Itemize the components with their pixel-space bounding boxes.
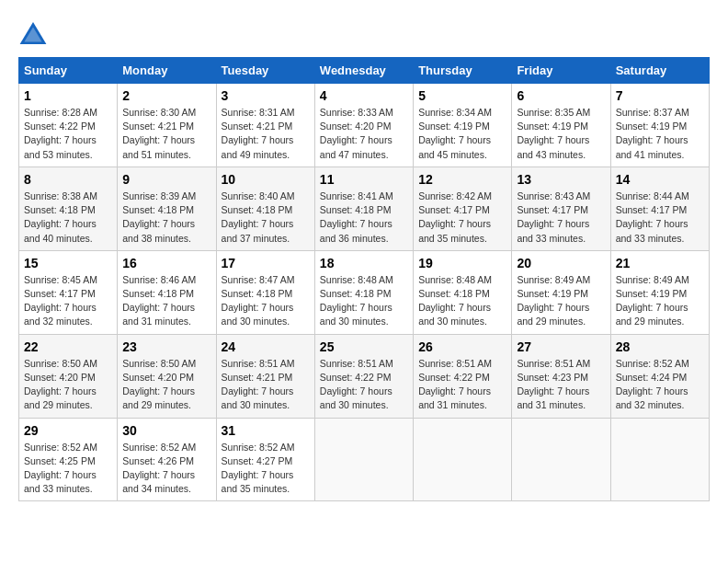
column-header-wednesday: Wednesday: [314, 58, 413, 84]
day-number: 15: [24, 256, 112, 270]
page-container: SundayMondayTuesdayWednesdayThursdayFrid…: [18, 18, 710, 501]
day-detail: Sunrise: 8:30 AM Sunset: 4:21 PM Dayligh…: [122, 106, 210, 162]
day-detail: Sunrise: 8:51 AM Sunset: 4:22 PM Dayligh…: [418, 357, 506, 413]
calendar-cell: 6 Sunrise: 8:35 AM Sunset: 4:19 PM Dayli…: [512, 84, 610, 167]
day-detail: Sunrise: 8:51 AM Sunset: 4:23 PM Dayligh…: [517, 357, 605, 413]
day-detail: Sunrise: 8:48 AM Sunset: 4:18 PM Dayligh…: [418, 273, 506, 329]
day-number: 28: [616, 339, 704, 354]
calendar-cell: 25 Sunrise: 8:51 AM Sunset: 4:22 PM Dayl…: [314, 334, 413, 418]
day-number: 19: [418, 256, 506, 270]
calendar-cell: 3 Sunrise: 8:31 AM Sunset: 4:21 PM Dayli…: [216, 84, 314, 167]
calendar-cell: 20 Sunrise: 8:49 AM Sunset: 4:19 PM Dayl…: [512, 250, 610, 334]
calendar-cell: 17 Sunrise: 8:47 AM Sunset: 4:18 PM Dayl…: [216, 250, 314, 334]
calendar-cell: 26 Sunrise: 8:51 AM Sunset: 4:22 PM Dayl…: [414, 334, 512, 418]
calendar-cell: 23 Sunrise: 8:50 AM Sunset: 4:20 PM Dayl…: [118, 334, 216, 418]
calendar-cell: 28 Sunrise: 8:52 AM Sunset: 4:24 PM Dayl…: [610, 334, 709, 418]
day-detail: Sunrise: 8:44 AM Sunset: 4:17 PM Dayligh…: [616, 190, 704, 246]
day-detail: Sunrise: 8:52 AM Sunset: 4:24 PM Dayligh…: [616, 357, 704, 413]
day-number: 20: [517, 256, 605, 270]
calendar-cell: 11 Sunrise: 8:41 AM Sunset: 4:18 PM Dayl…: [314, 167, 413, 250]
calendar-cell: 8 Sunrise: 8:38 AM Sunset: 4:18 PM Dayli…: [19, 167, 118, 250]
day-number: 29: [24, 423, 112, 438]
day-number: 10: [222, 172, 310, 187]
day-detail: Sunrise: 8:50 AM Sunset: 4:20 PM Dayligh…: [24, 357, 112, 413]
day-detail: Sunrise: 8:50 AM Sunset: 4:20 PM Dayligh…: [122, 357, 210, 413]
calendar-cell: 7 Sunrise: 8:37 AM Sunset: 4:19 PM Dayli…: [610, 84, 709, 167]
calendar-cell: 21 Sunrise: 8:49 AM Sunset: 4:19 PM Dayl…: [610, 250, 709, 334]
calendar-header-row: SundayMondayTuesdayWednesdayThursdayFrid…: [19, 58, 710, 84]
day-number: 12: [418, 172, 506, 187]
column-header-thursday: Thursday: [414, 58, 512, 84]
day-detail: Sunrise: 8:52 AM Sunset: 4:27 PM Dayligh…: [222, 441, 310, 497]
day-detail: Sunrise: 8:46 AM Sunset: 4:18 PM Dayligh…: [122, 273, 210, 329]
day-number: 21: [616, 256, 704, 270]
calendar-cell: 10 Sunrise: 8:40 AM Sunset: 4:18 PM Dayl…: [216, 167, 314, 250]
day-number: 13: [517, 172, 605, 187]
calendar-cell: 15 Sunrise: 8:45 AM Sunset: 4:17 PM Dayl…: [19, 250, 118, 334]
calendar-cell: 4 Sunrise: 8:33 AM Sunset: 4:20 PM Dayli…: [314, 84, 413, 167]
day-detail: Sunrise: 8:49 AM Sunset: 4:19 PM Dayligh…: [616, 273, 704, 329]
column-header-monday: Monday: [118, 58, 216, 84]
day-number: 9: [122, 172, 210, 187]
calendar-cell: 30 Sunrise: 8:52 AM Sunset: 4:26 PM Dayl…: [118, 418, 216, 501]
column-header-sunday: Sunday: [19, 58, 118, 84]
calendar-cell: 31 Sunrise: 8:52 AM Sunset: 4:27 PM Dayl…: [216, 418, 314, 501]
day-number: 3: [222, 88, 310, 103]
day-number: 2: [122, 88, 210, 103]
logo: [18, 18, 51, 48]
day-detail: Sunrise: 8:28 AM Sunset: 4:22 PM Dayligh…: [24, 106, 112, 162]
day-number: 7: [616, 88, 704, 103]
day-detail: Sunrise: 8:33 AM Sunset: 4:20 PM Dayligh…: [320, 106, 408, 162]
page-header: [18, 18, 710, 48]
day-detail: Sunrise: 8:51 AM Sunset: 4:21 PM Dayligh…: [222, 357, 310, 413]
calendar-week-row: 1 Sunrise: 8:28 AM Sunset: 4:22 PM Dayli…: [19, 84, 710, 167]
day-detail: Sunrise: 8:47 AM Sunset: 4:18 PM Dayligh…: [222, 273, 310, 329]
logo-icon: [18, 18, 48, 48]
column-header-friday: Friday: [512, 58, 610, 84]
calendar-cell: 12 Sunrise: 8:42 AM Sunset: 4:17 PM Dayl…: [414, 167, 512, 250]
day-number: 11: [320, 172, 408, 187]
calendar-cell: [610, 418, 709, 501]
day-number: 27: [517, 339, 605, 354]
calendar-cell: 2 Sunrise: 8:30 AM Sunset: 4:21 PM Dayli…: [118, 84, 216, 167]
calendar-cell: [414, 418, 512, 501]
day-detail: Sunrise: 8:39 AM Sunset: 4:18 PM Dayligh…: [122, 190, 210, 246]
calendar-cell: 14 Sunrise: 8:44 AM Sunset: 4:17 PM Dayl…: [610, 167, 709, 250]
calendar-cell: 9 Sunrise: 8:39 AM Sunset: 4:18 PM Dayli…: [118, 167, 216, 250]
day-number: 26: [418, 339, 506, 354]
day-detail: Sunrise: 8:45 AM Sunset: 4:17 PM Dayligh…: [24, 273, 112, 329]
day-number: 23: [122, 339, 210, 354]
day-detail: Sunrise: 8:42 AM Sunset: 4:17 PM Dayligh…: [418, 190, 506, 246]
calendar-cell: [314, 418, 413, 501]
day-detail: Sunrise: 8:34 AM Sunset: 4:19 PM Dayligh…: [418, 106, 506, 162]
day-detail: Sunrise: 8:31 AM Sunset: 4:21 PM Dayligh…: [222, 106, 310, 162]
day-number: 5: [418, 88, 506, 103]
day-detail: Sunrise: 8:35 AM Sunset: 4:19 PM Dayligh…: [517, 106, 605, 162]
day-detail: Sunrise: 8:51 AM Sunset: 4:22 PM Dayligh…: [320, 357, 408, 413]
calendar-cell: 18 Sunrise: 8:48 AM Sunset: 4:18 PM Dayl…: [314, 250, 413, 334]
day-number: 25: [320, 339, 408, 354]
calendar-cell: 19 Sunrise: 8:48 AM Sunset: 4:18 PM Dayl…: [414, 250, 512, 334]
day-number: 17: [222, 256, 310, 270]
day-number: 1: [24, 88, 112, 103]
day-detail: Sunrise: 8:52 AM Sunset: 4:25 PM Dayligh…: [24, 441, 112, 497]
day-number: 6: [517, 88, 605, 103]
day-number: 31: [222, 423, 310, 438]
calendar-cell: 1 Sunrise: 8:28 AM Sunset: 4:22 PM Dayli…: [19, 84, 118, 167]
calendar-week-row: 29 Sunrise: 8:52 AM Sunset: 4:25 PM Dayl…: [19, 418, 710, 501]
day-detail: Sunrise: 8:52 AM Sunset: 4:26 PM Dayligh…: [122, 441, 210, 497]
calendar-cell: [512, 418, 610, 501]
day-detail: Sunrise: 8:48 AM Sunset: 4:18 PM Dayligh…: [320, 273, 408, 329]
day-number: 24: [222, 339, 310, 354]
day-detail: Sunrise: 8:49 AM Sunset: 4:19 PM Dayligh…: [517, 273, 605, 329]
day-number: 18: [320, 256, 408, 270]
day-detail: Sunrise: 8:38 AM Sunset: 4:18 PM Dayligh…: [24, 190, 112, 246]
calendar-cell: 24 Sunrise: 8:51 AM Sunset: 4:21 PM Dayl…: [216, 334, 314, 418]
day-number: 30: [122, 423, 210, 438]
calendar-week-row: 22 Sunrise: 8:50 AM Sunset: 4:20 PM Dayl…: [19, 334, 710, 418]
day-detail: Sunrise: 8:37 AM Sunset: 4:19 PM Dayligh…: [616, 106, 704, 162]
calendar-cell: 16 Sunrise: 8:46 AM Sunset: 4:18 PM Dayl…: [118, 250, 216, 334]
day-number: 22: [24, 339, 112, 354]
column-header-saturday: Saturday: [610, 58, 709, 84]
day-detail: Sunrise: 8:43 AM Sunset: 4:17 PM Dayligh…: [517, 190, 605, 246]
